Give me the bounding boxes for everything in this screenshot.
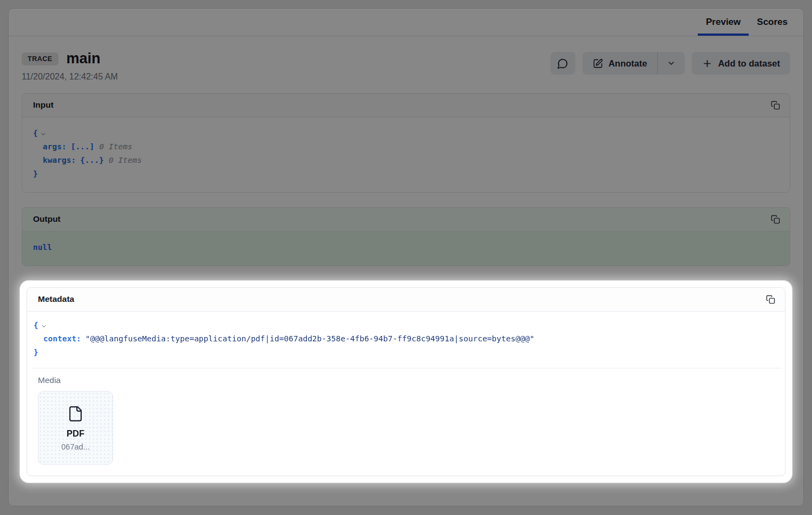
trace-header: TRACE main 11/20/2024, 12:42:45 AM Annot… bbox=[9, 36, 803, 93]
trace-title-block: TRACE main 11/20/2024, 12:42:45 AM bbox=[22, 51, 118, 82]
metadata-panel-title: Metadata bbox=[38, 294, 74, 304]
plus-icon bbox=[702, 58, 712, 69]
metadata-panel: Metadata { context: "@@@langfuseMedia:ty… bbox=[27, 287, 785, 476]
pdf-media-card[interactable]: PDF 067ad... bbox=[38, 391, 113, 465]
input-panel: Input { args: [...] 0 Items kwargs: bbox=[22, 93, 790, 193]
copy-icon bbox=[771, 101, 780, 110]
copy-icon bbox=[771, 215, 780, 224]
annotate-button[interactable]: Annotate bbox=[582, 52, 658, 75]
square-pen-icon bbox=[593, 58, 603, 69]
trace-detail-card: Preview Scores TRACE main 11/20/2024, 12… bbox=[8, 8, 804, 506]
copy-icon bbox=[766, 295, 775, 304]
media-file-id: 067ad... bbox=[61, 443, 89, 451]
page-title: main bbox=[67, 51, 101, 67]
output-panel-title: Output bbox=[33, 214, 61, 224]
input-json-viewer: { args: [...] 0 Items kwargs: {...} 0 It… bbox=[22, 117, 790, 192]
annotate-dropdown-button[interactable] bbox=[658, 52, 685, 75]
collapse-toggle-icon[interactable] bbox=[41, 323, 47, 329]
copy-output-button[interactable] bbox=[770, 214, 781, 225]
media-label: Media bbox=[38, 375, 774, 385]
add-to-dataset-label: Add to dataset bbox=[718, 58, 780, 69]
tab-preview[interactable]: Preview bbox=[698, 9, 749, 36]
tab-bar: Preview Scores bbox=[9, 9, 803, 36]
copy-input-button[interactable] bbox=[770, 100, 781, 111]
chevron-down-icon bbox=[667, 59, 676, 68]
trace-timestamp: 11/20/2024, 12:42:45 AM bbox=[22, 72, 118, 82]
trace-badge: TRACE bbox=[22, 52, 58, 66]
metadata-json-viewer: { context: "@@@langfuseMedia:type=applic… bbox=[27, 312, 785, 368]
output-panel: Output null bbox=[22, 207, 790, 266]
metadata-spotlight: Metadata { context: "@@@langfuseMedia:ty… bbox=[20, 281, 792, 483]
json-line-context: context: "@@@langfuseMedia:type=applicat… bbox=[34, 332, 778, 346]
message-circle-icon bbox=[557, 58, 568, 69]
collapse-toggle-icon[interactable] bbox=[40, 131, 47, 137]
annotate-split-button: Annotate bbox=[582, 52, 685, 75]
tab-scores[interactable]: Scores bbox=[749, 9, 796, 36]
json-line-args: args: [...] 0 Items bbox=[33, 140, 779, 154]
output-json-viewer: null bbox=[22, 232, 790, 266]
input-panel-title: Input bbox=[33, 100, 54, 110]
add-to-dataset-button[interactable]: Add to dataset bbox=[692, 52, 790, 75]
output-null-value: null bbox=[33, 241, 52, 254]
media-section: Media PDF 067ad... bbox=[31, 368, 781, 476]
media-file-type: PDF bbox=[67, 428, 84, 439]
annotate-label: Annotate bbox=[608, 58, 647, 69]
json-line-kwargs: kwargs: {...} 0 Items bbox=[33, 154, 779, 167]
comment-button[interactable] bbox=[551, 52, 575, 75]
file-icon bbox=[67, 405, 84, 423]
copy-metadata-button[interactable] bbox=[765, 294, 776, 305]
header-actions: Annotate Add to dataset bbox=[551, 52, 790, 75]
